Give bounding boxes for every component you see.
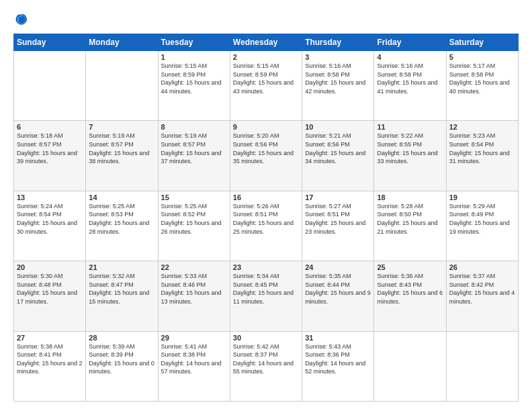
week-row-2: 6Sunrise: 5:18 AMSunset: 8:57 PMDaylight… (14, 121, 519, 191)
day-cell: 27Sunrise: 5:38 AMSunset: 8:41 PMDayligh… (14, 331, 86, 401)
day-info: Sunrise: 5:23 AMSunset: 8:54 PMDaylight:… (449, 132, 515, 165)
day-number: 28 (89, 334, 154, 342)
day-cell: 17Sunrise: 5:27 AMSunset: 8:51 PMDayligh… (302, 191, 374, 261)
day-cell: 22Sunrise: 5:33 AMSunset: 8:46 PMDayligh… (158, 261, 230, 331)
day-cell: 1Sunrise: 5:15 AMSunset: 8:59 PMDaylight… (158, 51, 230, 121)
day-info: Sunrise: 5:24 AMSunset: 8:54 PMDaylight:… (17, 202, 83, 236)
day-info: Sunrise: 5:26 AMSunset: 8:51 PMDaylight:… (233, 202, 299, 236)
day-cell (446, 331, 518, 401)
day-number: 12 (449, 123, 515, 131)
day-info: Sunrise: 5:43 AMSunset: 8:36 PMDaylight:… (305, 342, 371, 376)
week-row-3: 13Sunrise: 5:24 AMSunset: 8:54 PMDayligh… (14, 191, 519, 261)
day-info: Sunrise: 5:15 AMSunset: 8:59 PMDaylight:… (233, 62, 299, 95)
day-info: Sunrise: 5:16 AMSunset: 8:58 PMDaylight:… (305, 62, 371, 95)
day-info: Sunrise: 5:34 AMSunset: 8:45 PMDaylight:… (233, 272, 299, 306)
day-number: 7 (89, 123, 154, 131)
day-cell: 6Sunrise: 5:18 AMSunset: 8:57 PMDaylight… (14, 121, 86, 191)
day-info: Sunrise: 5:18 AMSunset: 8:57 PMDaylight:… (17, 132, 83, 165)
day-number: 10 (305, 123, 371, 131)
page: SundayMondayTuesdayWednesdayThursdayFrid… (0, 0, 532, 411)
day-number: 21 (89, 263, 154, 271)
day-info: Sunrise: 5:28 AMSunset: 8:50 PMDaylight:… (377, 202, 443, 236)
day-header-sunday: Sunday (14, 34, 86, 51)
logo (13, 12, 31, 27)
day-number: 9 (233, 123, 299, 131)
day-info: Sunrise: 5:21 AMSunset: 8:56 PMDaylight:… (305, 132, 371, 165)
day-info: Sunrise: 5:32 AMSunset: 8:47 PMDaylight:… (89, 272, 154, 306)
day-cell: 14Sunrise: 5:25 AMSunset: 8:53 PMDayligh… (86, 191, 158, 261)
day-cell (86, 51, 158, 121)
day-info: Sunrise: 5:42 AMSunset: 8:37 PMDaylight:… (233, 342, 299, 376)
day-info: Sunrise: 5:25 AMSunset: 8:53 PMDaylight:… (89, 202, 154, 236)
day-info: Sunrise: 5:35 AMSunset: 8:44 PMDaylight:… (305, 272, 371, 306)
day-cell: 12Sunrise: 5:23 AMSunset: 8:54 PMDayligh… (446, 121, 518, 191)
day-info: Sunrise: 5:37 AMSunset: 8:42 PMDaylight:… (449, 272, 515, 306)
day-cell: 21Sunrise: 5:32 AMSunset: 8:47 PMDayligh… (86, 261, 158, 331)
day-cell: 30Sunrise: 5:42 AMSunset: 8:37 PMDayligh… (230, 331, 302, 401)
day-number: 29 (161, 334, 227, 342)
day-number: 11 (377, 123, 443, 131)
day-cell: 29Sunrise: 5:41 AMSunset: 8:38 PMDayligh… (158, 331, 230, 401)
day-number: 24 (305, 263, 371, 271)
day-info: Sunrise: 5:41 AMSunset: 8:38 PMDaylight:… (161, 342, 227, 376)
week-row-1: 1Sunrise: 5:15 AMSunset: 8:59 PMDaylight… (14, 51, 519, 121)
day-number: 8 (161, 123, 227, 131)
day-info: Sunrise: 5:38 AMSunset: 8:41 PMDaylight:… (17, 342, 83, 376)
day-number: 15 (161, 193, 227, 201)
day-cell: 10Sunrise: 5:21 AMSunset: 8:56 PMDayligh… (302, 121, 374, 191)
day-cell: 25Sunrise: 5:36 AMSunset: 8:43 PMDayligh… (374, 261, 446, 331)
calendar-table: SundayMondayTuesdayWednesdayThursdayFrid… (13, 34, 519, 402)
day-header-tuesday: Tuesday (158, 34, 230, 51)
day-cell: 3Sunrise: 5:16 AMSunset: 8:58 PMDaylight… (302, 51, 374, 121)
day-cell: 23Sunrise: 5:34 AMSunset: 8:45 PMDayligh… (230, 261, 302, 331)
week-row-4: 20Sunrise: 5:30 AMSunset: 8:48 PMDayligh… (14, 261, 519, 331)
day-header-saturday: Saturday (446, 34, 518, 51)
day-cell: 8Sunrise: 5:19 AMSunset: 8:57 PMDaylight… (158, 121, 230, 191)
day-header-friday: Friday (374, 34, 446, 51)
day-number: 3 (305, 53, 371, 61)
calendar-body: 1Sunrise: 5:15 AMSunset: 8:59 PMDaylight… (14, 51, 519, 402)
header (13, 12, 519, 27)
day-info: Sunrise: 5:19 AMSunset: 8:57 PMDaylight:… (161, 132, 227, 165)
day-info: Sunrise: 5:30 AMSunset: 8:48 PMDaylight:… (17, 272, 83, 306)
day-header-monday: Monday (86, 34, 158, 51)
day-info: Sunrise: 5:36 AMSunset: 8:43 PMDaylight:… (377, 272, 443, 306)
logo-icon (13, 12, 28, 27)
day-number: 27 (17, 334, 83, 342)
day-info: Sunrise: 5:19 AMSunset: 8:57 PMDaylight:… (89, 132, 154, 165)
day-cell (14, 51, 86, 121)
day-cell: 26Sunrise: 5:37 AMSunset: 8:42 PMDayligh… (446, 261, 518, 331)
day-number: 5 (449, 53, 515, 61)
day-info: Sunrise: 5:25 AMSunset: 8:52 PMDaylight:… (161, 202, 227, 236)
day-cell (374, 331, 446, 401)
day-cell: 11Sunrise: 5:22 AMSunset: 8:55 PMDayligh… (374, 121, 446, 191)
day-info: Sunrise: 5:17 AMSunset: 8:58 PMDaylight:… (449, 62, 515, 95)
day-number: 2 (233, 53, 299, 61)
day-cell: 24Sunrise: 5:35 AMSunset: 8:44 PMDayligh… (302, 261, 374, 331)
week-row-5: 27Sunrise: 5:38 AMSunset: 8:41 PMDayligh… (14, 331, 519, 401)
day-number: 19 (449, 193, 515, 201)
day-number: 30 (233, 334, 299, 342)
day-number: 31 (305, 334, 371, 342)
day-cell: 18Sunrise: 5:28 AMSunset: 8:50 PMDayligh… (374, 191, 446, 261)
day-cell: 9Sunrise: 5:20 AMSunset: 8:56 PMDaylight… (230, 121, 302, 191)
day-number: 14 (89, 193, 154, 201)
day-number: 26 (449, 263, 515, 271)
day-number: 20 (17, 263, 83, 271)
calendar-header: SundayMondayTuesdayWednesdayThursdayFrid… (14, 34, 519, 51)
day-header-wednesday: Wednesday (230, 34, 302, 51)
day-info: Sunrise: 5:20 AMSunset: 8:56 PMDaylight:… (233, 132, 299, 165)
day-number: 4 (377, 53, 443, 61)
day-number: 18 (377, 193, 443, 201)
day-cell: 5Sunrise: 5:17 AMSunset: 8:58 PMDaylight… (446, 51, 518, 121)
day-info: Sunrise: 5:15 AMSunset: 8:59 PMDaylight:… (161, 62, 227, 95)
day-number: 22 (161, 263, 227, 271)
day-cell: 2Sunrise: 5:15 AMSunset: 8:59 PMDaylight… (230, 51, 302, 121)
day-cell: 19Sunrise: 5:29 AMSunset: 8:49 PMDayligh… (446, 191, 518, 261)
day-info: Sunrise: 5:16 AMSunset: 8:58 PMDaylight:… (377, 62, 443, 95)
day-cell: 15Sunrise: 5:25 AMSunset: 8:52 PMDayligh… (158, 191, 230, 261)
day-number: 17 (305, 193, 371, 201)
day-number: 13 (17, 193, 83, 201)
day-number: 1 (161, 53, 227, 61)
day-number: 6 (17, 123, 83, 131)
